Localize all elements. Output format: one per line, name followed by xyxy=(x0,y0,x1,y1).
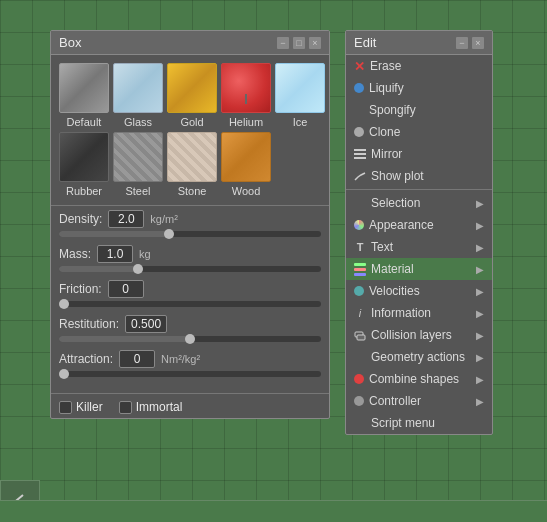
material-item-default[interactable]: Default xyxy=(59,63,109,128)
restitution-thumb[interactable] xyxy=(185,334,195,344)
density-value[interactable]: 2.0 xyxy=(108,210,144,228)
friction-thumb[interactable] xyxy=(59,299,69,309)
velocities-arrow-icon: ▶ xyxy=(476,286,484,297)
box-close-button[interactable]: × xyxy=(309,37,321,49)
collision-arrow-icon: ▶ xyxy=(476,330,484,341)
geometry-label: Geometry actions xyxy=(371,350,471,364)
mirror-label: Mirror xyxy=(371,147,484,161)
material-thumb-stone xyxy=(167,132,217,182)
controller-label: Controller xyxy=(369,394,471,408)
edit-item-liquify[interactable]: Liquify xyxy=(346,77,492,99)
appearance-icon xyxy=(354,220,364,230)
material-thumb-rubber xyxy=(59,132,109,182)
dot-blue-icon xyxy=(354,83,364,93)
box-restore-button[interactable]: □ xyxy=(293,37,305,49)
spacer-icon xyxy=(354,105,364,115)
edit-panel: Edit − × ✕ Erase Liquify Spongify Clone … xyxy=(345,30,493,435)
appearance-arrow-icon: ▶ xyxy=(476,220,484,231)
immortal-label: Immortal xyxy=(136,400,183,414)
material-label-steel: Steel xyxy=(125,185,150,197)
killer-checkbox[interactable]: Killer xyxy=(59,400,103,414)
mass-fill xyxy=(59,266,138,272)
attraction-thumb[interactable] xyxy=(59,369,69,379)
controller-icon xyxy=(354,396,364,406)
edit-item-erase[interactable]: ✕ Erase xyxy=(346,55,492,77)
material-item-gold[interactable]: Gold xyxy=(167,63,217,128)
restitution-row: Restitution: 0.500 xyxy=(59,315,321,342)
edit-item-information[interactable]: i Information ▶ xyxy=(346,302,492,324)
density-row: Density: 2.0 kg/m² xyxy=(59,210,321,237)
edit-item-mirror[interactable]: Mirror xyxy=(346,143,492,165)
text-arrow-icon: ▶ xyxy=(476,242,484,253)
box-minimize-button[interactable]: − xyxy=(277,37,289,49)
material-item-steel[interactable]: Steel xyxy=(113,132,163,197)
material-item-rubber[interactable]: Rubber xyxy=(59,132,109,197)
friction-value[interactable]: 0 xyxy=(108,280,144,298)
material-item-stone[interactable]: Stone xyxy=(167,132,217,197)
material-label-ice: Ice xyxy=(293,116,308,128)
geometry-arrow-icon: ▶ xyxy=(476,352,484,363)
edit-item-combine[interactable]: Combine shapes ▶ xyxy=(346,368,492,390)
material-item-glass[interactable]: Glass xyxy=(113,63,163,128)
edit-minimize-button[interactable]: − xyxy=(456,37,468,49)
material-thumb-ice xyxy=(275,63,325,113)
edit-item-show-plot[interactable]: Show plot xyxy=(346,165,492,187)
edit-item-text[interactable]: T Text ▶ xyxy=(346,236,492,258)
edit-item-appearance[interactable]: Appearance ▶ xyxy=(346,214,492,236)
velocities-icon xyxy=(354,286,364,296)
edit-item-selection[interactable]: Selection ▶ xyxy=(346,192,492,214)
material-label: Material xyxy=(371,262,471,276)
mass-label: Mass: xyxy=(59,247,91,261)
text-label: Text xyxy=(371,240,471,254)
restitution-value[interactable]: 0.500 xyxy=(125,315,167,333)
mass-track[interactable] xyxy=(59,266,321,272)
attraction-value[interactable]: 0 xyxy=(119,350,155,368)
material-label-rubber: Rubber xyxy=(66,185,102,197)
information-arrow-icon: ▶ xyxy=(476,308,484,319)
mass-thumb[interactable] xyxy=(133,264,143,274)
box-titlebar: Box − □ × xyxy=(51,31,329,55)
edit-item-collision[interactable]: Collision layers ▶ xyxy=(346,324,492,346)
edit-item-geometry[interactable]: Geometry actions ▶ xyxy=(346,346,492,368)
edit-item-velocities[interactable]: Velocities ▶ xyxy=(346,280,492,302)
material-item-ice[interactable]: Ice xyxy=(275,63,325,128)
restitution-fill xyxy=(59,336,190,342)
friction-track[interactable] xyxy=(59,301,321,307)
appearance-label: Appearance xyxy=(369,218,471,232)
combine-icon xyxy=(354,374,364,384)
edit-titlebar-controls: − × xyxy=(456,37,484,49)
edit-item-controller[interactable]: Controller ▶ xyxy=(346,390,492,412)
material-thumb-wood xyxy=(221,132,271,182)
material-item-wood[interactable]: Wood xyxy=(221,132,271,197)
immortal-checkbox[interactable]: Immortal xyxy=(119,400,183,414)
material-item-helium[interactable]: Helium xyxy=(221,63,271,128)
density-thumb[interactable] xyxy=(164,229,174,239)
chart-icon xyxy=(354,171,366,181)
mass-value[interactable]: 1.0 xyxy=(97,245,133,263)
combine-arrow-icon: ▶ xyxy=(476,374,484,385)
velocities-label: Velocities xyxy=(369,284,471,298)
mass-row: Mass: 1.0 kg xyxy=(59,245,321,272)
density-track[interactable] xyxy=(59,231,321,237)
friction-label: Friction: xyxy=(59,282,102,296)
material-thumb-helium xyxy=(221,63,271,113)
restitution-track[interactable] xyxy=(59,336,321,342)
script-label: Script menu xyxy=(371,416,484,430)
killer-label: Killer xyxy=(76,400,103,414)
material-label-helium: Helium xyxy=(229,116,263,128)
text-T-icon: T xyxy=(354,241,366,253)
attraction-unit: Nm²/kg² xyxy=(161,353,200,365)
edit-close-button[interactable]: × xyxy=(472,37,484,49)
box-titlebar-controls: − □ × xyxy=(277,37,321,49)
show-plot-label: Show plot xyxy=(371,169,484,183)
friction-row: Friction: 0 xyxy=(59,280,321,307)
edit-item-spongify[interactable]: Spongify xyxy=(346,99,492,121)
restitution-label: Restitution: xyxy=(59,317,119,331)
edit-item-material[interactable]: Material ▶ xyxy=(346,258,492,280)
edit-titlebar: Edit − × xyxy=(346,31,492,55)
edit-item-script[interactable]: Script menu xyxy=(346,412,492,434)
attraction-track[interactable] xyxy=(59,371,321,377)
material-label-gold: Gold xyxy=(180,116,203,128)
collision-label: Collision layers xyxy=(371,328,471,342)
edit-item-clone[interactable]: Clone xyxy=(346,121,492,143)
